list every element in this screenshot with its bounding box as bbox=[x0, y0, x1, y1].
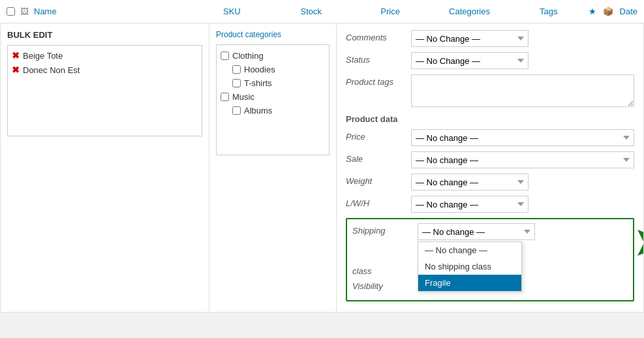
price-row: Price — No change — bbox=[346, 129, 634, 146]
weight-select[interactable]: — No change — bbox=[411, 174, 529, 191]
product-tags-control bbox=[411, 74, 634, 109]
comments-control: — No Change — bbox=[411, 30, 634, 47]
date-col[interactable]: Date bbox=[620, 7, 637, 16]
image-icon: 🖼 bbox=[20, 7, 29, 16]
svg-marker-0 bbox=[637, 230, 643, 256]
star-icon[interactable]: ★ bbox=[589, 7, 596, 16]
visibility-label: Visibility bbox=[352, 279, 418, 291]
comments-label: Comments bbox=[346, 30, 411, 42]
lwh-label: L/W/H bbox=[346, 196, 411, 208]
select-all-checkbox[interactable] bbox=[7, 7, 15, 16]
cat-tshirts-label: T-shirts bbox=[244, 78, 272, 88]
product-tags-input[interactable] bbox=[411, 74, 634, 107]
shipping-highlight-box: Shipping — No change — — No change — No … bbox=[346, 218, 634, 301]
comments-select[interactable]: — No Change — bbox=[411, 30, 529, 47]
status-select[interactable]: — No Change — bbox=[411, 52, 529, 69]
left-panel: BULK EDIT ✖ Beige Tote ✖ Donec Non Est bbox=[1, 23, 209, 312]
categories-list: Clothing Hoodies T-shirts Music Albums bbox=[216, 44, 330, 155]
col-tags[interactable]: Tags bbox=[509, 7, 588, 16]
col-stock[interactable]: Stock bbox=[271, 7, 350, 16]
box-icon[interactable]: 📦 bbox=[603, 7, 613, 16]
price-label: Price bbox=[346, 129, 411, 142]
product-tags-label: Product tags bbox=[346, 74, 411, 87]
weight-row: Weight — No change — bbox=[346, 174, 634, 191]
cat-music-checkbox[interactable] bbox=[221, 93, 229, 101]
shipping-control: — No change — — No change — No shipping … bbox=[418, 223, 628, 240]
cat-clothing: Clothing bbox=[221, 49, 325, 63]
cat-hoodies-checkbox[interactable] bbox=[232, 65, 241, 74]
cat-music-label: Music bbox=[232, 92, 254, 102]
shipping-label: Shipping bbox=[352, 223, 418, 236]
product-name-2: Donec Non Est bbox=[23, 65, 80, 75]
sale-row: Sale — No change — bbox=[346, 151, 634, 168]
arrow-indicator bbox=[631, 230, 643, 258]
cat-clothing-checkbox[interactable] bbox=[221, 52, 229, 60]
class-label: class bbox=[352, 264, 418, 276]
dropdown-option-no-change[interactable]: — No change — bbox=[418, 242, 521, 258]
status-label: Status bbox=[346, 52, 411, 65]
weight-control: — No change — bbox=[411, 174, 634, 191]
sale-label: Sale bbox=[346, 151, 411, 164]
cat-clothing-label: Clothing bbox=[232, 51, 264, 61]
shipping-dropdown-popup: — No change — No shipping class Fragile bbox=[418, 241, 522, 292]
top-bar: 🖼 Name SKU Stock Price Categories Tags ★… bbox=[0, 0, 644, 23]
right-panel: Comments — No Change — Status — No Chang… bbox=[337, 23, 643, 312]
col-sku[interactable]: SKU bbox=[192, 7, 271, 16]
comments-row: Comments — No Change — bbox=[346, 30, 634, 47]
dropdown-option-no-shipping-class[interactable]: No shipping class bbox=[418, 258, 521, 275]
bulk-edit-title: BULK EDIT bbox=[7, 30, 202, 40]
product-item-1: ✖ Beige Tote bbox=[10, 48, 199, 63]
cat-hoodies: Hoodies bbox=[221, 63, 325, 76]
product-data-title: Product data bbox=[346, 114, 634, 124]
price-select[interactable]: — No change — bbox=[411, 129, 634, 146]
product-name-1: Beige Tote bbox=[23, 51, 63, 61]
remove-product-2[interactable]: ✖ bbox=[12, 65, 20, 75]
cat-tshirts: T-shirts bbox=[221, 76, 325, 90]
col-categories[interactable]: Categories bbox=[430, 7, 509, 16]
cat-albums-checkbox[interactable] bbox=[232, 106, 241, 115]
cat-hoodies-label: Hoodies bbox=[244, 65, 275, 74]
bulk-edit-panel: BULK EDIT ✖ Beige Tote ✖ Donec Non Est P… bbox=[0, 23, 644, 313]
cat-albums: Albums bbox=[221, 104, 325, 117]
lwh-control: — No change — bbox=[411, 196, 634, 213]
dropdown-option-fragile[interactable]: Fragile bbox=[418, 275, 521, 291]
lwh-row: L/W/H — No change — bbox=[346, 196, 634, 213]
product-tags-row: Product tags bbox=[346, 74, 634, 109]
lwh-select[interactable]: — No change — bbox=[411, 196, 529, 213]
sale-control: — No change — bbox=[411, 151, 634, 168]
cat-music: Music bbox=[221, 90, 325, 104]
status-row: Status — No Change — bbox=[346, 52, 634, 69]
status-control: — No Change — bbox=[411, 52, 634, 69]
categories-title: Product categories bbox=[216, 30, 330, 39]
shipping-row: Shipping — No change — — No change — No … bbox=[352, 223, 628, 240]
cat-tshirts-checkbox[interactable] bbox=[232, 79, 241, 87]
col-name[interactable]: Name bbox=[34, 7, 192, 16]
shipping-select[interactable]: — No change — bbox=[418, 223, 535, 240]
cat-albums-label: Albums bbox=[244, 106, 272, 115]
sale-select[interactable]: — No change — bbox=[411, 151, 634, 168]
product-list: ✖ Beige Tote ✖ Donec Non Est bbox=[7, 45, 202, 136]
price-control: — No change — bbox=[411, 129, 634, 146]
middle-panel: Product categories Clothing Hoodies T-sh… bbox=[209, 23, 337, 312]
remove-product-1[interactable]: ✖ bbox=[12, 50, 20, 61]
weight-label: Weight bbox=[346, 174, 411, 186]
product-item-2: ✖ Donec Non Est bbox=[10, 63, 199, 77]
col-price[interactable]: Price bbox=[350, 7, 429, 16]
